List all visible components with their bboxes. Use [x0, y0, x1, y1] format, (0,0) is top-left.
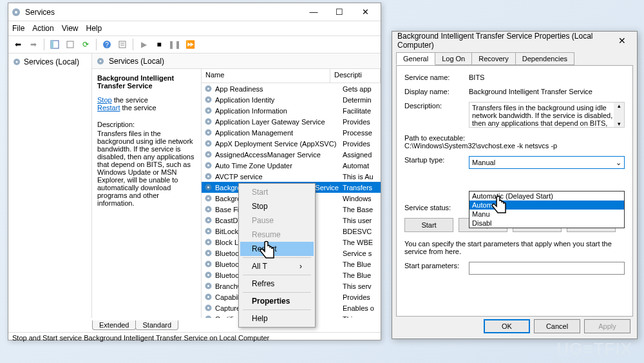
window-title: Services: [25, 8, 301, 17]
cm-resume[interactable]: Resume: [240, 228, 314, 242]
dd-automatic[interactable]: Automatic: [469, 201, 624, 210]
gear-icon: [204, 249, 213, 257]
cm-restart[interactable]: Restart: [240, 242, 314, 256]
footer-tabs: Extended Standard: [8, 318, 381, 332]
stop-service-button[interactable]: ■: [152, 37, 166, 52]
service-row[interactable]: Auto Time Zone UpdaterAutomat: [202, 160, 381, 171]
tab-standard[interactable]: Standard: [135, 320, 178, 330]
svg-point-19: [207, 110, 209, 112]
ok-button[interactable]: OK: [484, 319, 530, 333]
service-row[interactable]: Application ManagementProcesse: [202, 127, 381, 138]
detail-title: Background Intelligent Transfer Service: [97, 74, 196, 90]
svg-point-29: [207, 164, 209, 166]
svg-rect-3: [51, 41, 53, 48]
tree-item-services-local[interactable]: Services (Local): [11, 56, 89, 68]
description-label: Description:: [404, 102, 469, 128]
cm-help[interactable]: Help: [240, 311, 314, 326]
svg-point-13: [100, 60, 102, 62]
restart-link[interactable]: Restart: [97, 104, 120, 112]
service-name: Application Identity: [215, 96, 343, 104]
dd-manual[interactable]: Manu: [469, 210, 624, 219]
gear-icon: [204, 139, 213, 148]
path-value: C:\Windows\System32\svchost.exe -k netsv…: [404, 142, 625, 150]
service-row[interactable]: Application IdentityDetermin: [202, 94, 381, 105]
menu-view[interactable]: View: [62, 24, 79, 33]
svg-point-53: [207, 296, 209, 298]
cm-pause[interactable]: Pause: [240, 213, 314, 228]
tab-logon[interactable]: Log On: [435, 52, 472, 65]
pause-service-button[interactable]: ❚❚: [167, 37, 182, 52]
tab-extended[interactable]: Extended: [92, 320, 136, 330]
service-row[interactable]: Application Layer Gateway ServiceProvide…: [202, 116, 381, 127]
services-window: Services — ☐ ✕ File Action View Help ⬅ ➡…: [8, 3, 381, 340]
dd-disabled[interactable]: Disabl: [469, 219, 624, 228]
service-desc: Provides: [343, 118, 381, 126]
close-button[interactable]: ✕: [352, 5, 378, 20]
service-desc: Automat: [343, 162, 381, 170]
column-name[interactable]: Name: [202, 69, 330, 83]
cancel-button[interactable]: Cancel: [534, 319, 580, 333]
svg-point-33: [207, 186, 209, 188]
svg-point-25: [207, 142, 209, 144]
forward-button[interactable]: ➡: [26, 37, 41, 52]
maximize-button[interactable]: ☐: [327, 5, 352, 20]
tab-general[interactable]: General: [396, 52, 435, 65]
scrollbar[interactable]: ▴▾: [614, 103, 624, 127]
props-title-text: Background Intelligent Transfer Service …: [397, 32, 612, 50]
apply-button[interactable]: Apply: [584, 319, 630, 333]
start-service-button[interactable]: ▶: [137, 37, 151, 52]
svg-point-17: [207, 99, 209, 101]
menu-help[interactable]: Help: [86, 24, 102, 33]
svg-point-35: [207, 197, 209, 199]
restart-service-button[interactable]: ⏩: [183, 37, 197, 52]
props-titlebar[interactable]: Background Intelligent Transfer Service …: [392, 32, 637, 50]
startup-select[interactable]: Manual⌄: [469, 156, 625, 169]
menu-file[interactable]: File: [12, 24, 24, 33]
status-label: Service status:: [404, 204, 469, 211]
cm-separator: [243, 309, 311, 310]
service-row[interactable]: AVCTP serviceThis is Au: [202, 171, 381, 182]
column-description[interactable]: Descripti: [330, 69, 381, 83]
params-input[interactable]: [469, 262, 625, 275]
service-name: AssignedAccessManager Service: [215, 151, 343, 159]
cm-all-tasks[interactable]: All T: [240, 259, 314, 273]
gear-icon: [204, 304, 213, 312]
export-button[interactable]: [63, 37, 77, 52]
dd-auto-delayed[interactable]: Automatic (Delayed Start): [469, 191, 624, 201]
service-name: Application Layer Gateway Service: [215, 118, 343, 126]
titlebar[interactable]: Services — ☐ ✕: [8, 3, 381, 21]
minimize-button[interactable]: —: [301, 5, 327, 20]
service-name: Application Management: [215, 129, 343, 137]
tab-dependencies[interactable]: Dependencies: [515, 52, 574, 65]
tab-recovery[interactable]: Recovery: [471, 52, 515, 65]
menu-action[interactable]: Action: [32, 24, 53, 33]
svg-point-51: [207, 285, 209, 287]
service-name-label: Service name:: [404, 74, 469, 81]
props-close-button[interactable]: ✕: [612, 35, 632, 46]
stop-link[interactable]: Stop: [97, 96, 112, 104]
svg-point-43: [207, 241, 209, 243]
service-row[interactable]: App ReadinessGets app: [202, 83, 381, 94]
service-desc: This user: [343, 217, 381, 224]
svg-rect-4: [67, 41, 73, 48]
svg-point-11: [16, 61, 18, 63]
show-hide-button[interactable]: [48, 37, 62, 52]
cm-properties[interactable]: Properties: [240, 294, 314, 308]
start-button[interactable]: Start: [404, 218, 453, 232]
cm-separator: [243, 257, 311, 258]
properties-button[interactable]: [115, 37, 129, 52]
refresh-button[interactable]: ⟳: [79, 37, 93, 52]
service-row[interactable]: AppX Deployment Service (AppXSVC)Provide…: [202, 138, 381, 149]
service-row[interactable]: AssignedAccessManager ServiceAssigned: [202, 149, 381, 160]
description-box[interactable]: Transfers files in the background using …: [469, 102, 625, 128]
svg-point-27: [207, 153, 209, 155]
menubar: File Action View Help: [8, 21, 381, 35]
cm-refresh[interactable]: Refres: [240, 277, 314, 291]
help-button[interactable]: ?: [100, 37, 114, 52]
cm-stop[interactable]: Stop: [240, 199, 314, 213]
service-desc: Gets app: [343, 85, 381, 93]
cm-start[interactable]: Start: [240, 185, 314, 199]
service-desc: This is Au: [343, 173, 381, 181]
back-button[interactable]: ⬅: [11, 37, 25, 52]
service-row[interactable]: Application InformationFacilitate: [202, 105, 381, 116]
